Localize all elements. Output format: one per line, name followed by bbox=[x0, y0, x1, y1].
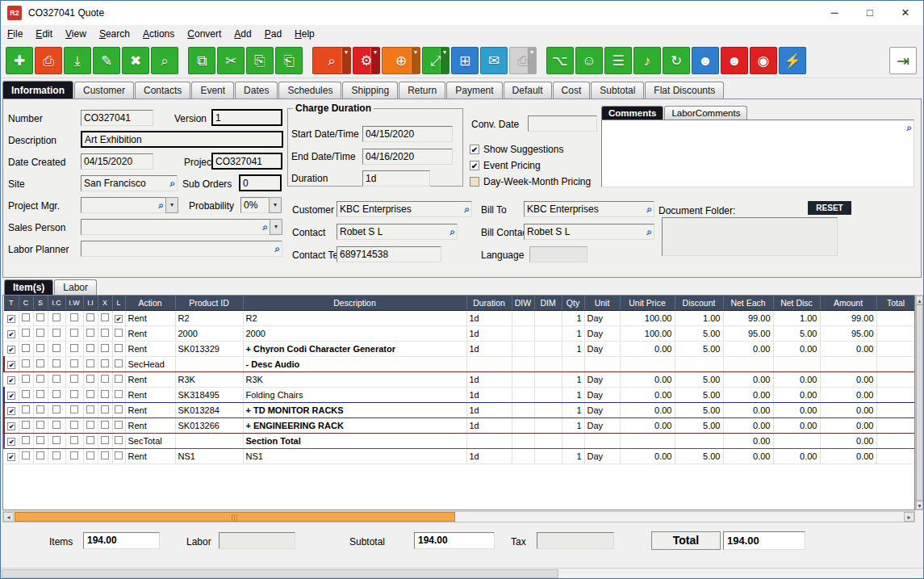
project-mgr-dropdown-icon[interactable]: ▾ bbox=[165, 197, 178, 213]
checkbox-cell[interactable] bbox=[98, 356, 112, 371]
row-checkbox[interactable] bbox=[115, 344, 123, 352]
tab-flat-discounts[interactable]: Flat Discounts bbox=[645, 82, 724, 99]
checkbox-cell[interactable] bbox=[19, 341, 33, 356]
search-items-button[interactable]: ⌕▾ bbox=[312, 47, 351, 74]
checkbox-cell[interactable] bbox=[112, 325, 125, 341]
column-header-l[interactable]: L bbox=[112, 296, 125, 310]
start-datetime-field[interactable]: 04/15/2020 bbox=[362, 126, 453, 142]
checkbox-cell[interactable] bbox=[83, 310, 98, 325]
exit-button[interactable]: ⇥ bbox=[889, 47, 917, 74]
sales-person-dropdown-icon[interactable]: ▾ bbox=[270, 219, 282, 235]
row-checkbox[interactable] bbox=[86, 405, 94, 413]
row-checkbox[interactable] bbox=[22, 421, 30, 429]
row-checkbox[interactable] bbox=[52, 313, 61, 321]
row-checkbox[interactable] bbox=[101, 313, 109, 321]
row-checkbox[interactable] bbox=[86, 375, 94, 383]
tab-schedules[interactable]: Schedules bbox=[278, 82, 341, 99]
search-icon[interactable]: ⌕ bbox=[262, 221, 268, 233]
row-checkbox[interactable] bbox=[86, 344, 94, 352]
tab-contacts[interactable]: Contacts bbox=[135, 82, 190, 99]
search-icon[interactable]: ⌕ bbox=[906, 122, 912, 133]
row-checkbox[interactable] bbox=[86, 421, 94, 429]
items-tab-labor[interactable]: Labor bbox=[54, 279, 97, 295]
row-checkbox[interactable] bbox=[22, 313, 30, 321]
row-checkbox[interactable] bbox=[115, 329, 123, 337]
checkbox-cell[interactable] bbox=[112, 356, 125, 371]
row-checkbox[interactable] bbox=[22, 436, 30, 444]
checkbox-cell[interactable] bbox=[98, 448, 112, 464]
checkbox-cell[interactable] bbox=[98, 310, 112, 325]
row-checkbox[interactable] bbox=[115, 405, 123, 413]
row-checkbox[interactable] bbox=[22, 451, 30, 459]
checkbox-cell[interactable] bbox=[33, 325, 48, 341]
dropdown-caret-icon[interactable]: ▾ bbox=[370, 48, 379, 73]
row-checkbox[interactable] bbox=[70, 390, 78, 398]
version-field[interactable]: 1 bbox=[211, 109, 282, 126]
menu-convert[interactable]: Convert bbox=[181, 27, 228, 41]
dropdown-caret-icon[interactable]: ▾ bbox=[440, 48, 449, 73]
row-checkbox[interactable]: ✔ bbox=[7, 346, 15, 354]
add-to-order-button[interactable]: ⊕▾ bbox=[382, 47, 420, 74]
tile-view-button[interactable]: ⊞ bbox=[451, 47, 479, 74]
column-header-description[interactable]: Description bbox=[243, 296, 466, 310]
copy-button[interactable]: ⎘ bbox=[246, 47, 274, 74]
tab-shipping[interactable]: Shipping bbox=[342, 82, 398, 99]
history-button[interactable]: ↻ bbox=[663, 47, 690, 74]
menu-help[interactable]: Help bbox=[288, 27, 321, 41]
checkbox-cell[interactable] bbox=[83, 371, 98, 387]
checkbox-cell[interactable] bbox=[33, 448, 48, 464]
row-checkbox[interactable]: ✔ bbox=[115, 315, 123, 323]
column-header-diw[interactable]: DIW bbox=[512, 296, 534, 310]
row-checkbox[interactable] bbox=[36, 451, 44, 459]
checkbox-cell[interactable] bbox=[33, 417, 48, 433]
row-checkbox[interactable] bbox=[86, 313, 94, 321]
checkbox-cell[interactable] bbox=[98, 402, 112, 417]
horizontal-scroll-thumb[interactable] bbox=[15, 512, 455, 522]
checkbox-cell[interactable] bbox=[33, 402, 48, 417]
checkbox-cell[interactable]: ✔ bbox=[4, 433, 19, 448]
items-tab-item-s[interactable]: Item(s) bbox=[4, 279, 53, 295]
customer-field[interactable]: KBC Enterprises ⌕ bbox=[337, 201, 472, 217]
form-horizontal-scrollbar[interactable] bbox=[1, 568, 924, 578]
row-checkbox[interactable] bbox=[101, 329, 109, 337]
row-checkbox[interactable] bbox=[22, 405, 30, 413]
row-checkbox[interactable] bbox=[70, 344, 78, 352]
checkbox-cell[interactable]: ✔ bbox=[4, 341, 19, 356]
menu-file[interactable]: File bbox=[1, 27, 29, 41]
column-header-duration[interactable]: Duration bbox=[466, 296, 512, 310]
checkbox-cell[interactable]: ✔ bbox=[4, 310, 19, 325]
row-checkbox[interactable] bbox=[52, 436, 61, 444]
row-checkbox[interactable] bbox=[115, 390, 123, 398]
tab-subtotal[interactable]: Subtotal bbox=[591, 82, 644, 99]
search-icon[interactable]: ⌕ bbox=[464, 203, 470, 215]
row-checkbox[interactable] bbox=[101, 451, 109, 459]
checkbox-cell[interactable] bbox=[98, 341, 112, 356]
checkbox-cell[interactable] bbox=[98, 387, 112, 402]
checkbox-cell[interactable] bbox=[48, 341, 65, 356]
column-header-discount[interactable]: Discount bbox=[675, 296, 723, 310]
new-quote-button[interactable]: ✚ bbox=[6, 47, 33, 74]
row-checkbox[interactable] bbox=[115, 421, 123, 429]
checkbox-cell[interactable] bbox=[112, 371, 125, 387]
row-checkbox[interactable] bbox=[86, 451, 94, 459]
row-checkbox[interactable] bbox=[52, 390, 61, 398]
view-document-button[interactable]: ⧉ bbox=[188, 47, 215, 74]
row-checkbox[interactable] bbox=[115, 451, 123, 459]
column-header-t[interactable]: T bbox=[4, 296, 19, 310]
checkbox-cell[interactable] bbox=[48, 433, 65, 448]
checkbox-cell[interactable]: ✔ bbox=[4, 387, 19, 402]
tab-event[interactable]: Event bbox=[191, 82, 234, 99]
row-checkbox[interactable]: ✔ bbox=[7, 392, 15, 400]
menu-edit[interactable]: Edit bbox=[29, 27, 59, 41]
tab-return[interactable]: Return bbox=[399, 82, 445, 99]
checkbox-cell[interactable] bbox=[65, 371, 83, 387]
row-checkbox[interactable] bbox=[115, 436, 123, 444]
column-header-qty[interactable]: Qty bbox=[562, 296, 584, 310]
dropdown-caret-icon[interactable]: ▾ bbox=[411, 48, 420, 73]
menu-add[interactable]: Add bbox=[228, 27, 257, 41]
column-header-i-w[interactable]: I.W bbox=[65, 296, 83, 310]
row-checkbox[interactable] bbox=[101, 375, 109, 383]
row-checkbox[interactable] bbox=[101, 344, 109, 352]
contact-tel-field[interactable]: 689714538 bbox=[337, 246, 441, 262]
row-checkbox[interactable] bbox=[36, 344, 44, 352]
